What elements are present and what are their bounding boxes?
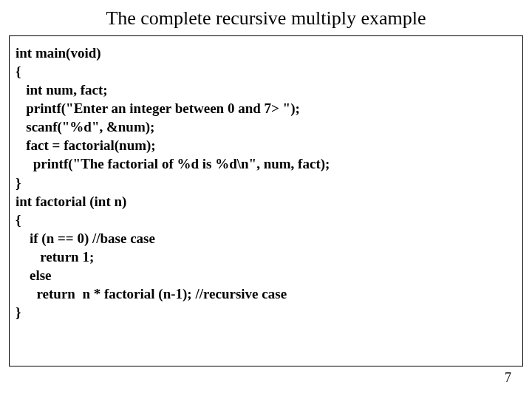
code-line: int num, fact; [16,82,108,98]
code-line: if (n == 0) //base case [16,231,155,246]
code-line: fact = factorial(num); [16,137,156,153]
code-box: int main(void) { int num, fact; printf("… [9,35,523,366]
code-line: int main(void) [16,45,101,61]
code-line: return n * factorial (n-1); //recursive … [16,286,287,301]
page-number: 7 [505,370,511,386]
code-line: printf("Enter an integer between 0 and 7… [16,100,300,116]
code-line: scanf("%d", &num); [16,119,154,134]
slide: The complete recursive multiply example … [0,0,532,399]
code-line: { [16,64,21,79]
code-block: int main(void) { int num, fact; printf("… [16,44,516,321]
code-line: return 1; [16,249,94,265]
slide-title: The complete recursive multiply example [0,0,532,35]
code-line: int factorial (int n) [16,194,126,209]
code-line: } [16,304,21,320]
code-line: { [16,212,21,228]
code-line: } [16,175,21,191]
code-line: else [16,267,52,283]
code-line: printf("The factorial of %d is %d\n", nu… [16,156,330,171]
